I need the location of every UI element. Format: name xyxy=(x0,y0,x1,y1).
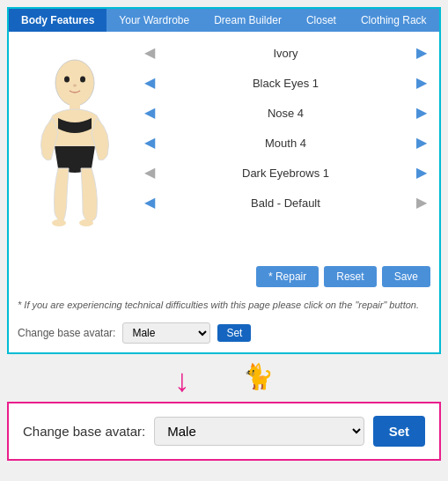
svg-point-6 xyxy=(79,219,93,226)
skin-left-arrow[interactable]: ◀ xyxy=(141,46,158,60)
bottom-set-button[interactable]: Set xyxy=(373,416,425,447)
feature-row-mouth: ◀ Mouth 4 ▶ xyxy=(141,130,430,155)
eyebrows-left-arrow[interactable]: ◀ xyxy=(141,166,158,180)
tab-your-wardrobe[interactable]: Your Wardrobe xyxy=(106,9,202,32)
nav-tabs: Body Features Your Wardrobe Dream Builde… xyxy=(9,9,439,32)
hair-label: Bald - Default xyxy=(158,196,413,210)
eyes-right-arrow[interactable]: ▶ xyxy=(413,76,430,90)
svg-point-5 xyxy=(52,219,66,226)
notice-text: * If you are experiencing technical diff… xyxy=(9,296,439,317)
reset-button[interactable]: Reset xyxy=(324,266,376,287)
inner-change-base-section: Change base avatar: Male Female Set xyxy=(9,317,439,352)
feature-row-nose: ◀ Nose 4 ▶ xyxy=(141,100,430,125)
eyebrows-right-arrow[interactable]: ▶ xyxy=(413,166,430,180)
inner-set-button[interactable]: Set xyxy=(217,324,251,342)
tab-closet[interactable]: Closet xyxy=(294,9,349,32)
eyes-left-arrow[interactable]: ◀ xyxy=(141,76,158,90)
main-content: ◀ Ivory ▶ ◀ Black Eyes 1 ▶ ◀ Nose 4 ▶ ◀ … xyxy=(9,32,439,261)
hair-right-arrow[interactable]: ▶ xyxy=(413,196,430,210)
avatar-svg xyxy=(26,58,123,234)
mouth-left-arrow[interactable]: ◀ xyxy=(141,136,158,150)
repair-button[interactable]: * Repair xyxy=(256,266,319,287)
svg-point-3 xyxy=(73,85,77,87)
arrows-decoration: ↓ 🐈 xyxy=(0,361,448,402)
tab-clothing-rack[interactable]: Clothing Rack xyxy=(349,9,439,32)
svg-point-1 xyxy=(64,77,70,83)
tab-dream-builder[interactable]: Dream Builder xyxy=(202,9,294,32)
bottom-change-base-label: Change base avatar: xyxy=(23,424,145,439)
mouth-label: Mouth 4 xyxy=(158,137,413,150)
feature-row-hair: ◀ Bald - Default ▶ xyxy=(141,190,430,215)
action-buttons: * Repair Reset Save xyxy=(9,261,439,296)
svg-point-0 xyxy=(55,60,94,106)
feature-row-eyes: ◀ Black Eyes 1 ▶ xyxy=(141,70,430,95)
mouth-right-arrow[interactable]: ▶ xyxy=(413,136,430,150)
feature-row-eyebrows: ◀ Dark Eyebrows 1 ▶ xyxy=(141,160,430,185)
arrow-down-right-icon: 🐈 xyxy=(243,365,274,396)
bottom-panel: Change base avatar: Male Female Set xyxy=(7,402,441,461)
inner-change-base-label: Change base avatar: xyxy=(18,327,115,339)
bottom-base-avatar-select[interactable]: Male Female xyxy=(154,417,364,446)
feature-row-skin: ◀ Ivory ▶ xyxy=(141,41,430,65)
tab-body-features[interactable]: Body Features xyxy=(9,9,106,32)
nose-left-arrow[interactable]: ◀ xyxy=(141,106,158,120)
nose-label: Nose 4 xyxy=(158,107,413,120)
outer-panel: Body Features Your Wardrobe Dream Builde… xyxy=(7,7,441,354)
svg-point-2 xyxy=(80,77,85,83)
avatar-side xyxy=(18,41,132,252)
avatar-figure xyxy=(26,58,123,234)
hair-left-arrow[interactable]: ◀ xyxy=(141,196,158,210)
nose-right-arrow[interactable]: ▶ xyxy=(413,106,430,120)
features-side: ◀ Ivory ▶ ◀ Black Eyes 1 ▶ ◀ Nose 4 ▶ ◀ … xyxy=(132,41,430,252)
skin-label: Ivory xyxy=(158,47,413,60)
skin-right-arrow[interactable]: ▶ xyxy=(413,46,430,60)
arrow-down-left-icon: ↓ xyxy=(174,365,190,396)
inner-base-avatar-select[interactable]: Male Female xyxy=(122,322,210,344)
save-button[interactable]: Save xyxy=(382,266,430,287)
eyebrows-label: Dark Eyebrows 1 xyxy=(158,166,413,180)
eyes-label: Black Eyes 1 xyxy=(158,77,413,90)
